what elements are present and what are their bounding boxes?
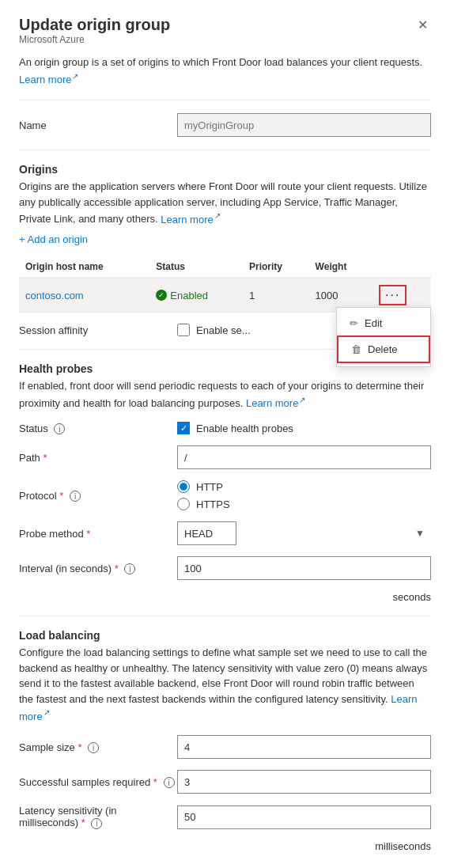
check-icon: ✓ [156, 290, 167, 301]
latency-required: * [81, 817, 85, 828]
name-field-row: Name [19, 113, 431, 137]
path-label: Path * [19, 452, 177, 464]
interval-required: * [115, 563, 119, 574]
learn-more-link-origins[interactable]: Learn more↗ [161, 214, 220, 226]
path-required: * [43, 452, 47, 464]
health-status-label: Status i [19, 423, 177, 435]
path-input[interactable] [177, 445, 431, 469]
protocol-radio-group: HTTP HTTPS [177, 480, 230, 510]
successful-samples-info-icon[interactable]: i [164, 777, 175, 788]
probe-method-label: Probe method * [19, 528, 177, 540]
latency-input[interactable] [177, 805, 431, 829]
panel-header: Update origin group Microsoft Azure ✕ [19, 16, 431, 53]
session-affinity-checkbox[interactable] [177, 324, 190, 336]
col-header-priority: Priority [243, 256, 309, 278]
health-status-row: Status i ✓ Enable health probes [19, 422, 431, 434]
successful-samples-field-row: Successful samples required * i [19, 770, 431, 794]
panel-title-group: Update origin group Microsoft Azure [19, 16, 170, 53]
protocol-http-radio[interactable] [177, 480, 190, 493]
origin-status: ✓ Enabled [149, 278, 243, 313]
learn-more-link-health[interactable]: Learn more↗ [246, 397, 305, 409]
external-link-icon-health: ↗ [299, 396, 305, 404]
external-link-icon-1: ↗ [72, 72, 78, 81]
origins-table-wrapper: Origin host name Status Priority Weight … [19, 256, 431, 313]
context-menu-edit[interactable]: ✏ Edit [337, 311, 430, 335]
origins-title: Origins [19, 163, 431, 176]
successful-samples-label: Successful samples required * i [19, 776, 177, 789]
table-row: contoso.com ✓ Enabled 1 1000 ··· [19, 278, 431, 313]
protocol-field-row: Protocol * i HTTP HTTPS [19, 480, 431, 510]
add-origin-button[interactable]: + Add an origin [19, 230, 88, 248]
learn-more-link-1[interactable]: Learn more↗ [19, 74, 78, 85]
col-header-weight: Weight [309, 256, 372, 278]
protocol-info-icon[interactable]: i [70, 491, 81, 502]
session-affinity-label: Session affinity [19, 324, 177, 336]
enable-health-probes-checkbox[interactable]: ✓ [177, 422, 190, 434]
latency-info-icon[interactable]: i [91, 818, 102, 829]
edit-icon: ✏ [350, 317, 358, 329]
origin-host: contoso.com [19, 278, 149, 313]
external-link-icon-origins: ↗ [214, 211, 221, 220]
path-field-row: Path * [19, 445, 431, 469]
protocol-required: * [59, 490, 63, 502]
interval-field-row: Interval (in seconds) * i [19, 556, 431, 580]
probe-method-select[interactable]: HEAD GET [177, 521, 236, 545]
panel-description: An origin group is a set of origins to w… [19, 55, 431, 87]
more-actions-button[interactable]: ··· [379, 285, 407, 305]
interval-label: Interval (in seconds) * i [19, 563, 177, 575]
enable-health-probes-row: ✓ Enable health probes [177, 422, 293, 434]
interval-input[interactable] [177, 556, 431, 580]
origins-table-header: Origin host name Status Priority Weight [19, 256, 431, 278]
protocol-http-option: HTTP [177, 480, 230, 493]
sample-size-field-row: Sample size * i [19, 735, 431, 759]
enable-health-probes-label: Enable health probes [196, 423, 293, 434]
panel-subtitle: Microsoft Azure [19, 34, 170, 45]
health-status-info-icon[interactable]: i [54, 423, 65, 434]
origins-table-header-row: Origin host name Status Priority Weight [19, 256, 431, 278]
interval-info-icon[interactable]: i [124, 563, 135, 574]
session-affinity-checkbox-row: Enable se... [177, 324, 251, 336]
protocol-label: Protocol * i [19, 490, 177, 502]
col-header-host: Origin host name [19, 256, 149, 278]
name-input[interactable] [177, 113, 431, 137]
latency-label: Latency sensitivity (in milliseconds) * … [19, 805, 177, 829]
latency-field-row: Latency sensitivity (in milliseconds) * … [19, 805, 431, 829]
status-enabled: ✓ Enabled [156, 290, 236, 301]
load-balancing-description: Configure the load balancing settings to… [19, 645, 431, 724]
successful-samples-required: * [153, 776, 157, 788]
health-probes-description: If enabled, front door will send periodi… [19, 378, 431, 411]
delete-label: Delete [368, 343, 398, 355]
health-probes-section: Health probes If enabled, front door wil… [19, 362, 431, 603]
external-link-icon-lb: ↗ [43, 708, 50, 717]
divider-2 [19, 150, 431, 150]
close-button[interactable]: ✕ [414, 16, 431, 35]
panel-title: Update origin group [19, 16, 170, 34]
origin-host-link[interactable]: contoso.com [25, 290, 84, 301]
protocol-http-label: HTTP [196, 481, 223, 493]
probe-method-field-row: Probe method * HEAD GET ▼ [19, 521, 431, 545]
origin-actions: ··· ✏ Edit 🗑 Delete [372, 278, 431, 313]
origins-table: Origin host name Status Priority Weight … [19, 256, 431, 313]
context-menu: ✏ Edit 🗑 Delete [336, 307, 431, 367]
probe-method-required: * [86, 528, 90, 540]
context-menu-delete[interactable]: 🗑 Delete [337, 335, 430, 363]
panel-description-text: An origin group is a set of origins to w… [19, 56, 422, 68]
col-header-status: Status [149, 256, 243, 278]
probe-method-select-wrapper: HEAD GET ▼ [177, 521, 431, 545]
protocol-https-label: HTTPS [196, 498, 230, 510]
session-affinity-checkbox-label: Enable se... [196, 324, 251, 336]
origin-priority: 1 [243, 278, 309, 313]
update-origin-group-panel: Update origin group Microsoft Azure ✕ An… [0, 0, 450, 868]
sample-size-info-icon[interactable]: i [88, 742, 99, 753]
delete-icon: 🗑 [351, 343, 361, 355]
sample-size-input[interactable] [177, 735, 431, 759]
load-balancing-title: Load balancing [19, 629, 431, 642]
divider-1 [19, 100, 431, 100]
sample-size-required: * [78, 741, 81, 753]
protocol-https-radio[interactable] [177, 498, 190, 510]
successful-samples-input[interactable] [177, 770, 431, 794]
load-balancing-section: Load balancing Configure the load balanc… [19, 629, 431, 851]
origins-table-body: contoso.com ✓ Enabled 1 1000 ··· [19, 278, 431, 313]
origins-description: Origins are the application servers wher… [19, 179, 431, 227]
edit-label: Edit [365, 317, 382, 329]
